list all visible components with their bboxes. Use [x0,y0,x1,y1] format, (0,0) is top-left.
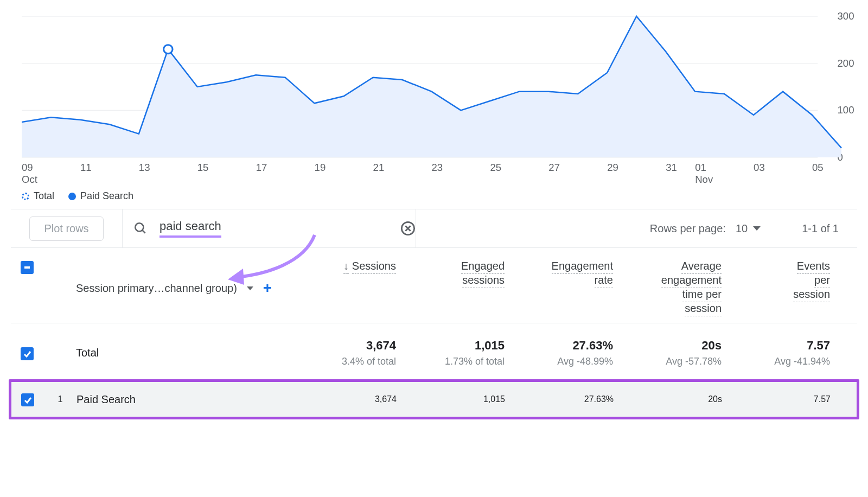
col-events-per-session[interactable]: Eventspersession [727,260,835,316]
svg-text:05: 05 [812,162,824,173]
svg-text:21: 21 [373,162,385,173]
svg-point-8 [164,45,173,54]
col-engagement-rate[interactable]: Engagementrate [510,260,618,316]
row-sessions: 3,674 [310,394,402,404]
caret-down-icon [753,226,761,231]
svg-text:31: 31 [666,162,677,173]
clear-search-icon[interactable] [400,221,416,236]
rows-per-page-label: Rows per page: [650,222,726,235]
plot-rows-button[interactable]: Plot rows [29,216,103,241]
chart-canvas: 0100200300091113151719212325272931010305… [22,3,863,187]
svg-line-28 [142,230,145,233]
svg-text:200: 200 [838,58,854,69]
svg-text:23: 23 [431,162,443,173]
svg-text:03: 03 [754,162,765,173]
table-header-row: Session primary…channel group) + ↓Sessio… [11,248,857,323]
svg-text:01: 01 [695,162,706,173]
row-engaged-sessions: 1,015 [402,394,510,404]
caret-down-icon [247,286,253,290]
svg-text:300: 300 [838,10,854,22]
col-engaged-sessions[interactable]: Engagedsessions [401,260,510,316]
svg-text:Nov: Nov [695,174,713,185]
rows-per-page-select[interactable]: 10 [736,222,761,235]
svg-text:11: 11 [80,162,92,173]
sessions-chart: 0100200300091113151719212325272931010305… [22,3,863,209]
svg-text:15: 15 [197,162,209,173]
row-events-per-session: 7.57 [727,394,836,404]
svg-text:27: 27 [548,162,560,173]
legend-dot-total [22,193,29,200]
legend-label-paid: Paid Search [80,190,133,202]
svg-point-27 [135,223,143,231]
row-dimension: Paid Search [76,393,136,406]
row-engagement-rate: 27.63% [510,394,619,404]
col-avg-eng-time[interactable]: Averageengagementtime persession [618,260,727,316]
svg-text:Oct: Oct [22,174,37,185]
row-index: 1 [44,394,76,404]
legend-dot-paid [68,193,76,200]
svg-text:13: 13 [139,162,150,173]
add-dimension-icon[interactable]: + [263,279,272,297]
select-all-checkbox[interactable] [21,261,34,274]
svg-text:17: 17 [256,162,267,173]
svg-text:100: 100 [838,105,854,116]
total-label: Total [76,347,99,359]
chart-legend: Total Paid Search [22,187,863,207]
row-checkbox[interactable] [21,393,34,406]
search-icon [133,221,148,235]
svg-text:29: 29 [607,162,618,173]
table-row[interactable]: 1 Paid Search 3,674 1,015 27.63% 20s 7.5… [9,379,859,419]
svg-text:09: 09 [22,162,33,173]
search-input[interactable]: paid search [159,219,221,238]
col-sessions[interactable]: ↓Sessions [309,260,401,316]
total-checkbox[interactable] [21,347,34,360]
metrics-table: Session primary…channel group) + ↓Sessio… [11,248,857,419]
sort-descending-icon: ↓ [343,260,349,274]
table-toolbar: Plot rows paid search Rows per page: 10 … [11,209,857,248]
legend-label-total: Total [34,190,54,202]
svg-text:19: 19 [315,162,326,173]
rows-per-page: Rows per page: 10 1-1 of 1 [650,222,857,235]
svg-text:25: 25 [490,162,501,173]
pagination-count: 1-1 of 1 [802,222,839,235]
table-total-row: Total 3,6743.4% of total 1,0151.73% of t… [11,323,857,377]
row-avg-eng-time: 20s [619,394,727,404]
dimension-header[interactable]: Session primary…channel group) + [76,260,309,316]
